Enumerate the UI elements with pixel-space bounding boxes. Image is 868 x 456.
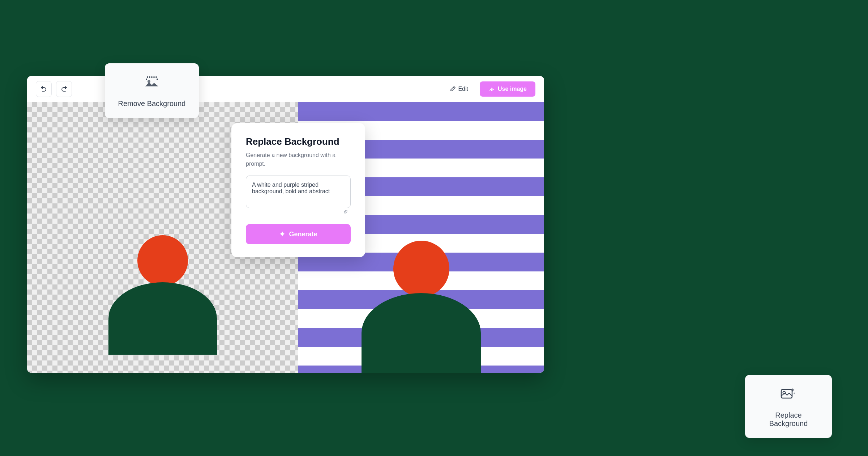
remove-background-tooltip: Remove Background [105, 63, 199, 118]
svg-point-7 [157, 79, 158, 80]
redo-button[interactable] [56, 81, 72, 97]
replace-bg-description: Generate a new background with a prompt. [246, 151, 351, 168]
generate-label: Generate [289, 231, 317, 238]
svg-point-4 [153, 76, 155, 78]
prompt-wrapper [246, 176, 351, 217]
replace-background-tooltip: Replace Background [745, 375, 832, 438]
use-image-button[interactable]: Use image [480, 81, 535, 97]
svg-point-3 [151, 76, 153, 78]
remove-background-label: Remove Background [118, 100, 186, 108]
replace-bg-title: Replace Background [246, 136, 351, 147]
replace-bg-icon [779, 385, 798, 406]
svg-rect-10 [781, 389, 792, 398]
replace-background-panel: Replace Background Generate a new backgr… [231, 123, 365, 257]
svg-point-5 [155, 76, 157, 78]
svg-point-1 [147, 76, 148, 78]
undo-button[interactable] [36, 81, 52, 97]
replace-background-label: Replace Background [758, 411, 819, 428]
edit-button[interactable]: Edit [442, 82, 475, 96]
svg-rect-9 [145, 86, 158, 87]
use-image-label: Use image [498, 86, 527, 92]
edit-label: Edit [458, 86, 468, 92]
svg-point-6 [146, 79, 147, 80]
remove-bg-icon [142, 73, 161, 94]
svg-point-2 [149, 76, 150, 78]
result-person-silhouette [362, 241, 481, 373]
prompt-input[interactable] [246, 176, 351, 208]
canvas-person-silhouette [108, 235, 217, 355]
sparkle-icon: ✦ [279, 230, 285, 238]
generate-button[interactable]: ✦ Generate [246, 224, 351, 244]
